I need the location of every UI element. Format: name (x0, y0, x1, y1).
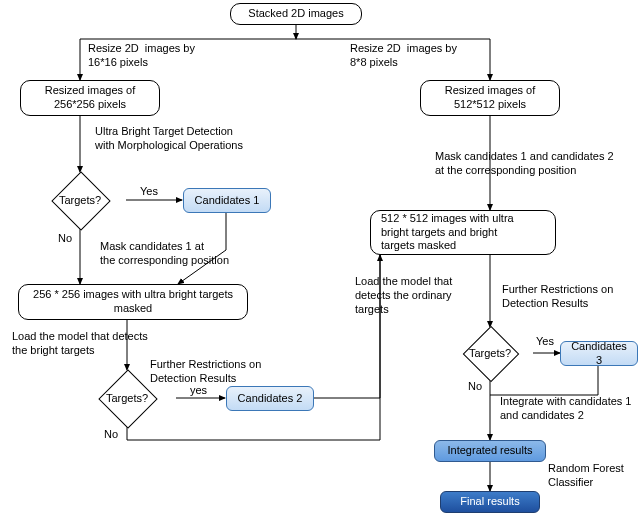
decision-label: Targets? (79, 392, 175, 404)
label-load-ordinary: Load the model that detects the ordinary… (355, 275, 452, 316)
node-resized-256: Resized images of 256*256 pixels (20, 80, 160, 116)
label-yes-3: Yes (536, 335, 554, 349)
node-integrated-results: Integrated results (434, 440, 546, 462)
node-candidates-1: Candidates 1 (183, 188, 271, 213)
label-ultra-bright: Ultra Bright Target Detection with Morph… (95, 125, 243, 153)
decision-targets-2: Targets? (79, 370, 175, 426)
label-no-3: No (468, 380, 482, 394)
node-candidates-2: Candidates 2 (226, 386, 314, 411)
label-resize-right: Resize 2D images by 8*8 pixels (350, 42, 457, 70)
arrow-layer (0, 0, 640, 518)
label-resize-left: Resize 2D images by 16*16 pixels (88, 42, 195, 70)
label-load-bright: Load the model that detects the bright t… (12, 330, 148, 358)
label-random-forest: Random Forest Classifier (548, 462, 624, 490)
node-masked-512: 512 * 512 images with ultra bright targe… (370, 210, 556, 255)
label-mask-cand12: Mask candidates 1 and candidates 2 at th… (435, 150, 614, 178)
label-no-1: No (58, 232, 72, 246)
label-no-2: No (104, 428, 118, 442)
start-node: Stacked 2D images (230, 3, 362, 25)
node-candidates-3: Candidates 3 (560, 341, 638, 366)
label-yes-1: Yes (140, 185, 158, 199)
label-integrate: Integrate with candidates 1 and candidat… (500, 395, 631, 423)
node-final-results: Final results (440, 491, 540, 513)
label-mask-cand1: Mask candidates 1 at the corresponding p… (100, 240, 229, 268)
decision-label: Targets? (36, 194, 124, 206)
node-resized-512: Resized images of 512*512 pixels (420, 80, 560, 116)
label-further-right: Further Restrictions on Detection Result… (502, 283, 613, 311)
decision-targets-3: Targets? (448, 327, 532, 379)
label-yes-2: yes (190, 384, 207, 398)
node-masked-256: 256 * 256 images with ultra bright targe… (18, 284, 248, 320)
flowchart-canvas: Stacked 2D images Resize 2D images by 16… (0, 0, 640, 518)
decision-targets-1: Targets? (36, 172, 124, 228)
decision-label: Targets? (448, 347, 532, 359)
